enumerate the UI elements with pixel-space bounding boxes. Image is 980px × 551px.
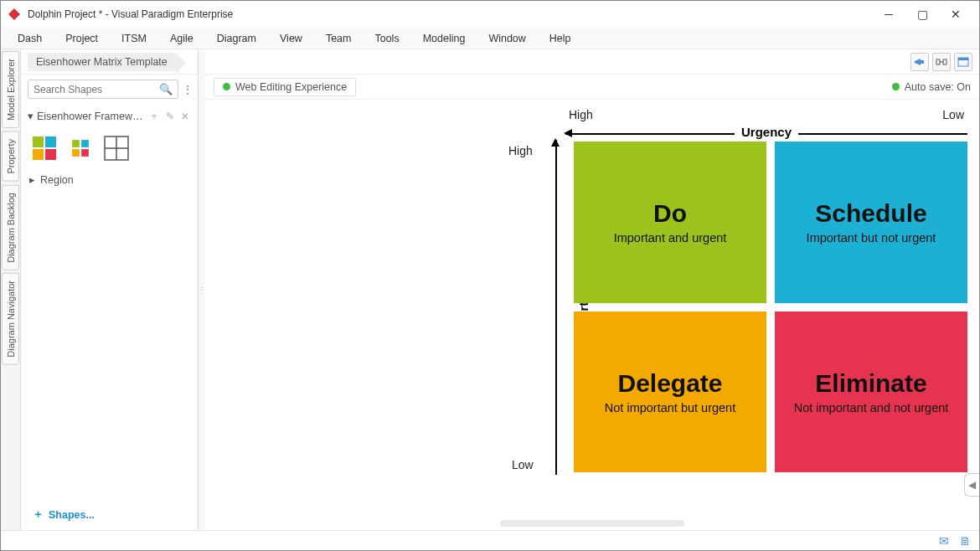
- menu-view[interactable]: View: [270, 30, 312, 47]
- minimize-button[interactable]: ─: [872, 3, 905, 26]
- breadcrumb: Eisenhower Matrix Template: [21, 49, 198, 75]
- tree-header-label: Eisenhower Framew…: [37, 111, 144, 122]
- svg-rect-5: [72, 140, 80, 147]
- svg-rect-4: [45, 149, 56, 160]
- statusbar: ✉ 🗎: [1, 530, 979, 550]
- side-tabs: Model Explorer Property Diagram Backlog …: [1, 49, 21, 530]
- svg-rect-3: [33, 149, 44, 160]
- search-icon[interactable]: 🔍: [159, 83, 173, 95]
- quadrant-eliminate[interactable]: Eliminate Not important and not urgent: [775, 312, 967, 473]
- svg-rect-7: [72, 149, 80, 157]
- shape-matrix-outline-icon[interactable]: [103, 135, 130, 162]
- menu-itsm[interactable]: ITSM: [111, 30, 157, 47]
- tree-item-label: Region: [40, 174, 74, 186]
- note-icon[interactable]: 🗎: [959, 534, 971, 548]
- menu-help[interactable]: Help: [539, 30, 581, 47]
- sidebar: Eisenhower Matrix Template 🔍 ⋮ ▾ Eisenho…: [21, 49, 199, 530]
- horizontal-scrollbar[interactable]: [500, 520, 684, 527]
- megaphone-icon[interactable]: [910, 53, 929, 71]
- panel-icon[interactable]: [954, 53, 972, 71]
- expand-icon: ▸: [29, 173, 35, 186]
- edit-icon[interactable]: ✎: [164, 111, 176, 122]
- diagram-canvas[interactable]: High Low Urgency Importance High Low Do …: [205, 100, 979, 530]
- svg-rect-17: [958, 58, 968, 60]
- autosave-dot-icon: [892, 83, 900, 90]
- mail-icon[interactable]: ✉: [939, 534, 949, 548]
- svg-rect-12: [921, 60, 924, 64]
- maximize-button[interactable]: ▢: [905, 3, 939, 26]
- search-menu-icon[interactable]: ⋮: [182, 83, 193, 96]
- urgency-axis-label: Urgency: [735, 125, 798, 139]
- eisenhower-grid: Do Important and urgent Schedule Importa…: [574, 142, 967, 472]
- svg-rect-2: [45, 136, 56, 147]
- sidebar-resize-handle[interactable]: ⋮: [199, 49, 205, 530]
- quadrant-delegate[interactable]: Delegate Not important but urgent: [574, 312, 766, 473]
- menu-tools[interactable]: Tools: [364, 30, 409, 47]
- urgency-high-label: High: [569, 108, 593, 121]
- vtab-diagram-navigator[interactable]: Diagram Navigator: [2, 273, 19, 365]
- svg-rect-14: [943, 59, 946, 64]
- close-icon[interactable]: ✕: [179, 111, 191, 122]
- titlebar: Dolphin Project * - Visual Paradigm Ente…: [1, 1, 979, 28]
- shape-matrix-colored-icon[interactable]: [31, 135, 58, 162]
- svg-rect-6: [81, 140, 89, 147]
- status-dot-icon: [223, 83, 230, 90]
- web-editing-pill[interactable]: Web Editing Experience: [214, 78, 356, 96]
- svg-rect-13: [936, 59, 940, 64]
- menu-diagram[interactable]: Diagram: [207, 30, 266, 47]
- svg-rect-1: [33, 136, 44, 147]
- app-logo-icon: [8, 8, 21, 21]
- add-icon[interactable]: ＋: [147, 109, 161, 123]
- urgency-low-label: Low: [942, 108, 964, 121]
- search-input[interactable]: [34, 84, 159, 95]
- tree-item-region[interactable]: ▸ Region: [21, 168, 198, 191]
- importance-high-label: High: [508, 144, 533, 157]
- menu-agile[interactable]: Agile: [160, 30, 204, 47]
- tree-header[interactable]: ▾ Eisenhower Framew… ＋ ✎ ✕: [21, 104, 198, 128]
- panel-collapse-button[interactable]: ◀: [964, 473, 979, 497]
- quadrant-schedule[interactable]: Schedule Important but not urgent: [775, 142, 967, 303]
- canvas-area: Web Editing Experience Auto save: On Hig…: [205, 49, 979, 530]
- canvas-toolbar: [205, 49, 979, 75]
- breadcrumb-item[interactable]: Eisenhower Matrix Template: [28, 53, 176, 71]
- vtab-diagram-backlog[interactable]: Diagram Backlog: [2, 185, 19, 270]
- search-shapes-box[interactable]: 🔍: [28, 80, 178, 99]
- autosave-label: Auto save: On: [905, 81, 971, 93]
- vtab-model-explorer[interactable]: Model Explorer: [2, 51, 19, 128]
- menu-window[interactable]: Window: [478, 30, 535, 47]
- window-title: Dolphin Project * - Visual Paradigm Ente…: [28, 8, 872, 20]
- collapse-icon: ▾: [28, 110, 34, 122]
- shape-palette: [21, 128, 198, 168]
- layout-icon[interactable]: [932, 53, 951, 71]
- menubar: Dash Project ITSM Agile Diagram View Tea…: [1, 28, 979, 49]
- menu-project[interactable]: Project: [55, 30, 108, 47]
- svg-rect-8: [81, 149, 89, 157]
- canvas-status-bar: Web Editing Experience Auto save: On: [205, 75, 979, 100]
- menu-dash[interactable]: Dash: [8, 30, 52, 47]
- plus-icon: ＋: [33, 507, 44, 522]
- importance-axis: Importance: [547, 140, 565, 475]
- importance-low-label: Low: [512, 458, 534, 471]
- shape-matrix-small-icon[interactable]: [71, 139, 90, 157]
- quadrant-do[interactable]: Do Important and urgent: [574, 142, 766, 303]
- close-button[interactable]: ✕: [939, 3, 972, 26]
- vtab-property[interactable]: Property: [2, 131, 19, 182]
- svg-marker-0: [8, 8, 20, 20]
- shapes-button[interactable]: ＋ Shapes...: [21, 499, 198, 530]
- menu-team[interactable]: Team: [316, 30, 362, 47]
- menu-modeling[interactable]: Modeling: [413, 30, 476, 47]
